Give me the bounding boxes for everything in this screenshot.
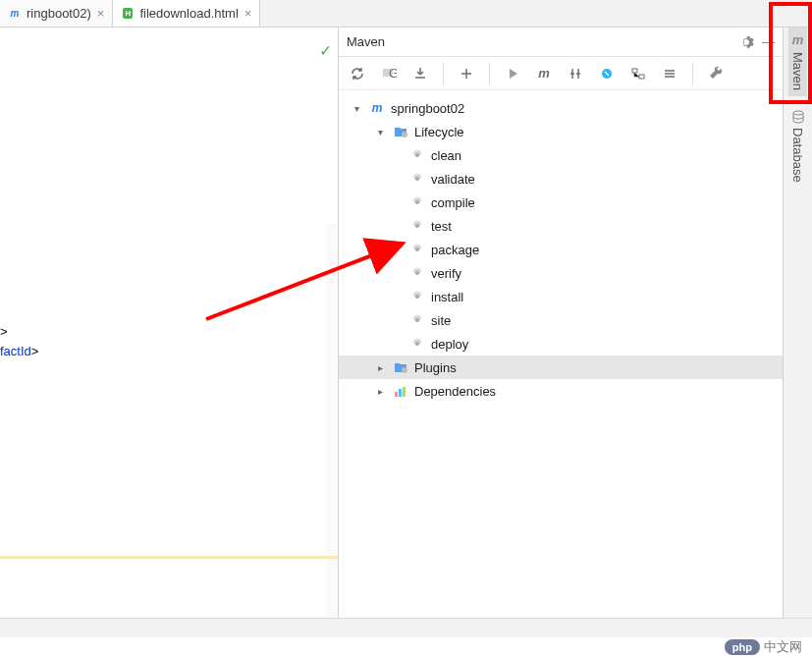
gear-icon — [409, 171, 425, 187]
gear-icon — [409, 265, 425, 281]
run-icon[interactable] — [504, 65, 521, 82]
tree-label: springboot02 — [391, 101, 464, 116]
database-icon — [791, 110, 805, 124]
separator — [443, 63, 444, 84]
svg-text:G: G — [389, 66, 397, 81]
code-line-1: > — [0, 322, 38, 342]
maven-tool-window: Maven — G m ▾ m s — [339, 27, 783, 637]
lifecycle-goal-install[interactable]: install — [339, 285, 783, 308]
code-line-2: factId> — [0, 342, 38, 361]
chevron-right-icon[interactable]: ▸ — [378, 362, 390, 373]
svg-point-18 — [793, 111, 803, 115]
gear-icon — [409, 194, 425, 210]
gear-icon — [409, 289, 425, 304]
gear-icon — [409, 147, 425, 163]
folder-icon — [393, 124, 408, 139]
gear-icon — [409, 312, 425, 328]
toggle-skip-tests-icon[interactable] — [567, 65, 584, 82]
toggle-offline-icon[interactable] — [598, 65, 616, 82]
watermark-text: 中文网 — [764, 638, 802, 656]
validation-check-icon: ✓ — [319, 41, 332, 60]
chevron-right-icon[interactable]: ▸ — [378, 386, 390, 397]
html-icon: H — [121, 7, 135, 21]
separator — [489, 63, 490, 84]
code-view[interactable]: > factId> — [0, 322, 38, 361]
rightbar-label: Database — [790, 128, 805, 183]
folder-icon — [393, 359, 408, 375]
tree-label: validate — [431, 172, 475, 187]
lifecycle-goal-clean[interactable]: clean — [339, 143, 783, 167]
tree-label: install — [431, 290, 463, 304]
maven-project-icon: m — [369, 100, 385, 116]
tab-label: filedownload.html — [139, 6, 238, 21]
gear-icon[interactable] — [738, 34, 754, 50]
chevron-down-icon[interactable]: ▾ — [354, 103, 366, 114]
watermark: php 中文网 — [725, 637, 802, 657]
tree-lifecycle-node[interactable]: ▾ Lifecycle — [339, 120, 783, 143]
tree-plugins-node[interactable]: ▸ Plugins — [339, 356, 783, 379]
right-tool-stripe: m Maven Database — [783, 27, 812, 637]
lifecycle-goal-verify[interactable]: verify — [339, 261, 783, 285]
tab-springboot[interactable]: m ringboot02) × — [0, 0, 113, 27]
status-bar — [0, 618, 812, 637]
gear-icon — [409, 242, 425, 257]
lifecycle-goal-test[interactable]: test — [339, 214, 783, 238]
maven-toolbar: G m — [339, 57, 783, 90]
generate-sources-icon[interactable]: G — [380, 65, 398, 82]
download-icon[interactable] — [411, 65, 429, 82]
add-icon[interactable] — [458, 65, 475, 82]
run-maven-icon[interactable]: m — [535, 65, 553, 82]
svg-point-14 — [402, 367, 407, 373]
tree-label: compile — [431, 195, 475, 210]
svg-rect-16 — [399, 389, 402, 397]
minimize-icon[interactable]: — — [762, 34, 775, 49]
tree-project-node[interactable]: ▾ m springboot02 — [339, 96, 783, 120]
maven-title: Maven — [347, 34, 731, 49]
lifecycle-goal-validate[interactable]: validate — [339, 167, 783, 191]
gear-icon — [409, 336, 425, 352]
svg-rect-2 — [632, 69, 637, 73]
tree-dependencies-node[interactable]: ▸ Dependencies — [339, 379, 783, 403]
gear-icon — [409, 218, 425, 234]
refresh-icon[interactable] — [349, 65, 366, 82]
tree-label: verify — [431, 266, 461, 281]
tree-label: Dependencies — [414, 384, 496, 399]
tree-label: clean — [431, 148, 461, 163]
separator — [692, 63, 693, 84]
tree-label: Lifecycle — [414, 125, 464, 139]
maven-header: Maven — — [339, 27, 783, 57]
svg-rect-15 — [395, 392, 398, 397]
svg-point-4 — [402, 132, 407, 137]
wrench-icon[interactable] — [707, 65, 725, 82]
tree-label: test — [431, 219, 452, 234]
tree-label: site — [431, 313, 451, 328]
lifecycle-goal-deploy[interactable]: deploy — [339, 332, 783, 356]
show-dependencies-icon[interactable] — [629, 65, 647, 82]
php-badge: php — [725, 639, 760, 655]
lifecycle-goal-package[interactable]: package — [339, 238, 783, 261]
tree-label: deploy — [431, 337, 468, 352]
dependencies-icon — [393, 383, 408, 399]
editor-tabs: m ringboot02) × H filedownload.html × — [0, 0, 812, 27]
tree-label: package — [431, 243, 479, 257]
xml-icon: m — [8, 7, 22, 21]
editor-area[interactable]: ✓ > factId> — [0, 27, 339, 637]
close-icon[interactable]: × — [244, 6, 252, 21]
rightbar-label: Maven — [790, 52, 805, 90]
collapse-all-icon[interactable] — [661, 65, 678, 82]
tab-label: ringboot02) — [27, 6, 91, 21]
maven-tree: ▾ m springboot02 ▾ Lifecycle clean valid… — [339, 90, 783, 409]
lifecycle-goal-compile[interactable]: compile — [339, 191, 783, 214]
close-icon[interactable]: × — [97, 6, 105, 21]
tree-label: Plugins — [414, 360, 457, 375]
chevron-down-icon[interactable]: ▾ — [378, 127, 390, 137]
svg-rect-17 — [403, 387, 406, 397]
rightbar-database-button[interactable]: Database — [788, 104, 807, 189]
svg-rect-3 — [639, 75, 644, 79]
lifecycle-goal-site[interactable]: site — [339, 308, 783, 332]
editor-warning-strip — [0, 556, 338, 559]
rightbar-maven-button[interactable]: m Maven — [788, 27, 807, 96]
tab-filedownload[interactable]: H filedownload.html × — [113, 0, 260, 27]
maven-m-icon: m — [792, 32, 804, 47]
